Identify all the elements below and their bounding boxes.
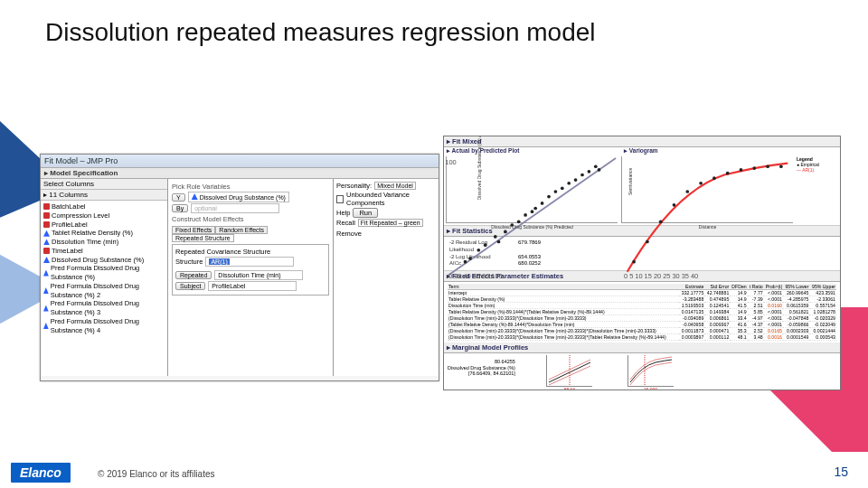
col-item[interactable]: Pred Formula Dissolved Drug Substance (%… — [43, 317, 165, 335]
svg-point-25 — [632, 260, 636, 264]
col-item[interactable]: Pred Formula Dissolved Drug Substance (%… — [43, 264, 165, 282]
slide-title: Dissolution repeated measures regression… — [45, 18, 596, 47]
repeated-button[interactable]: Repeated — [175, 271, 212, 279]
svg-point-2 — [468, 257, 472, 260]
fe-th: t Ratio — [748, 284, 764, 290]
col-item[interactable]: Dissolution Time (min) — [43, 238, 165, 247]
svg-point-29 — [685, 190, 689, 193]
personality-select[interactable]: Mixed Model — [374, 182, 416, 190]
tab-repeated[interactable]: Repeated Structure — [172, 234, 234, 242]
unbounded-label: Unbounded Variance Components — [346, 191, 436, 207]
fit-output-window: ▸ Fit Mixed ▸ Actual by Predicted Plot ▸… — [443, 136, 841, 390]
col-item[interactable]: Pred Formula Dissolved Drug Substance (%… — [43, 282, 165, 300]
svg-point-32 — [726, 172, 730, 175]
svg-point-33 — [740, 168, 743, 172]
structure-select[interactable]: AR(1) — [205, 257, 294, 267]
col-item[interactable]: TimeLabel — [43, 247, 165, 256]
cols-count: ▸ 11 Columns — [41, 190, 167, 201]
model-spec-window: Fit Model – JMP Pro ▸ Model Specificatio… — [40, 154, 439, 381]
svg-point-11 — [531, 210, 534, 213]
repeated-field[interactable]: Dissolution Time (min) — [214, 270, 303, 280]
variogram-title: ▸ Variogram — [621, 147, 798, 155]
svg-point-13 — [541, 202, 544, 205]
profile-plot-time — [627, 355, 674, 387]
col-item[interactable]: ProfileLabel — [43, 221, 165, 230]
variogram-plot: 0 5 10 15 20 25 30 35 40 Distance Semiva… — [621, 156, 793, 223]
col-item[interactable]: Compression Level — [43, 211, 165, 221]
svg-point-30 — [699, 182, 703, 185]
svg-point-21 — [594, 164, 598, 168]
col-item[interactable]: BatchLabel — [43, 202, 165, 211]
svg-point-3 — [476, 249, 480, 252]
subject-field[interactable]: ProfileLabel — [208, 281, 297, 291]
subject-button[interactable]: Subject — [175, 282, 205, 290]
y-button[interactable]: Y — [172, 193, 185, 202]
svg-text:0 5 10 15 20 25 30 35 40: 0 5 10 15 20 25 30 35 40 — [624, 272, 698, 280]
pred-xlabel: Dissolved Drug Substance (%) Predicted — [447, 224, 618, 230]
page-number: 15 — [834, 465, 848, 479]
svg-point-4 — [484, 243, 487, 247]
svg-point-15 — [554, 190, 558, 193]
fe-th: DFDen — [730, 284, 747, 290]
run-button[interactable]: Run — [353, 208, 378, 218]
svg-point-28 — [673, 203, 676, 207]
svg-point-12 — [533, 207, 537, 211]
svg-point-22 — [598, 168, 601, 172]
pred-ylabel: Dissolved Drug Substance (%) Actual — [476, 136, 482, 200]
remove-button[interactable]: Remove — [336, 230, 362, 238]
col-item[interactable]: Tablet Relative Density (%) — [43, 229, 165, 238]
section-model-spec: ▸ Model Specification — [41, 168, 439, 179]
fe-th: 95% Lower — [783, 284, 810, 290]
by-button[interactable]: By — [172, 204, 188, 212]
svg-point-7 — [504, 230, 507, 234]
predicted-plot-title: ▸ Actual by Predicted Plot — [444, 147, 621, 155]
profile-plot-trd — [546, 355, 592, 387]
svg-point-19 — [580, 174, 584, 177]
col-item[interactable]: Dissolved Drug Substance (%) — [43, 256, 165, 265]
roles-header: Pick Role Variables — [172, 183, 329, 191]
y-field[interactable]: Dissolved Drug Substance (%) — [188, 192, 289, 202]
unbounded-checkbox[interactable] — [336, 195, 344, 203]
svg-point-34 — [752, 166, 756, 170]
profile-y-labels: 80.64255 Dissolved Drug Substance (%) [7… — [448, 355, 515, 390]
select-columns-header: Select Columns — [41, 179, 167, 190]
fit-mixed-title: ▸ Fit Mixed — [444, 136, 840, 147]
cov-struct-label: Repeated Covariance Structure — [175, 248, 326, 256]
plot-legend: Legend ● Empirical — AR(1) — [795, 155, 840, 225]
svg-point-31 — [712, 176, 716, 180]
footer: Elanco © 2019 Elanco or its affiliates 1… — [0, 452, 868, 488]
svg-point-5 — [494, 235, 497, 239]
construct-header: Construct Model Effects — [172, 215, 329, 223]
recall-select[interactable]: Fit Repeated – green — [358, 219, 423, 227]
svg-point-18 — [574, 178, 578, 182]
tab-random[interactable]: Random Effects — [215, 226, 268, 234]
svg-line-0 — [448, 158, 616, 276]
copyright: © 2019 Elanco or its affiliates — [98, 469, 214, 479]
svg-text:100: 100 — [445, 158, 456, 166]
vario-ylabel: Semivariance — [627, 167, 633, 194]
col-item[interactable]: Pred Formula Dissolved Drug Substance (%… — [43, 299, 165, 317]
svg-point-20 — [588, 170, 591, 174]
svg-point-35 — [766, 164, 769, 168]
structure-label: Structure — [175, 258, 203, 266]
svg-point-1 — [464, 260, 467, 264]
elanco-logo: Elanco — [11, 463, 71, 483]
svg-point-16 — [561, 186, 564, 190]
svg-point-9 — [517, 220, 521, 223]
profiles-title: ▸ Marginal Model Profiles — [444, 343, 840, 353]
help-label: Help — [336, 209, 350, 217]
svg-text:0 20 40 60 80 100: 0 20 40 60 80 100 — [448, 272, 503, 280]
window-title: Fit Model – JMP Pro — [41, 155, 439, 168]
fe-table: Term Estimate Std Error DFDen t Ratio Pr… — [444, 282, 840, 343]
recall-label: Recall — [336, 219, 355, 227]
fe-th: Prob>|t| — [764, 284, 783, 290]
svg-point-17 — [567, 182, 571, 185]
svg-point-6 — [497, 240, 501, 244]
by-field[interactable]: optional — [191, 203, 279, 213]
personality-label: Personality: — [336, 182, 372, 190]
svg-point-36 — [779, 164, 783, 168]
tab-fixed[interactable]: Fixed Effects — [172, 226, 215, 234]
fe-th: 95% Upper — [809, 284, 836, 290]
actual-predicted-plot: 0 20 40 60 80 100 100 Dissolved Drug Sub… — [446, 156, 618, 223]
svg-point-26 — [646, 240, 649, 244]
